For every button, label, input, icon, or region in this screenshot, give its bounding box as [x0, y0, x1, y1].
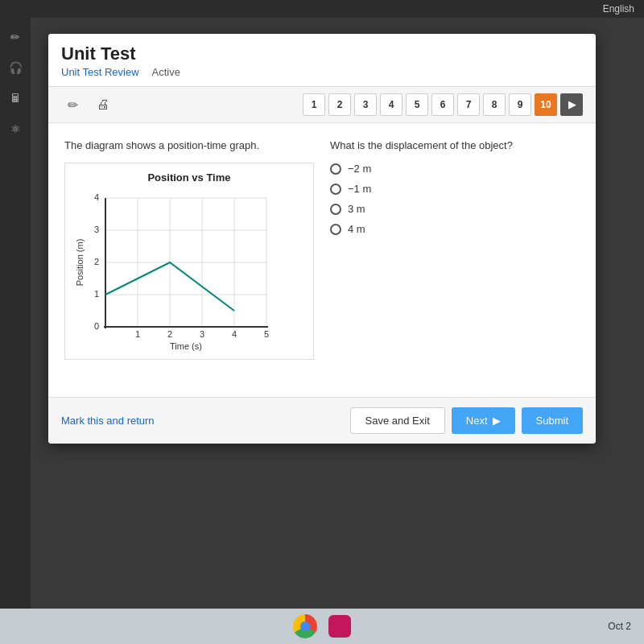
top-bar-text: English — [603, 3, 634, 14]
science-icon[interactable]: ⚛ — [4, 118, 27, 140]
page-btn-4[interactable]: 4 — [380, 93, 402, 116]
option-2[interactable]: −1 m — [330, 183, 580, 195]
toolbar-left: ✏ 🖨 — [61, 93, 114, 116]
radio-1[interactable] — [330, 163, 341, 175]
svg-text:3: 3 — [94, 225, 99, 234]
taskbar-time: Oct 2 — [608, 621, 631, 632]
svg-text:2: 2 — [167, 329, 172, 339]
page-btn-2[interactable]: 2 — [328, 93, 351, 116]
toolbar-edit-icon[interactable]: ✏ — [61, 93, 84, 116]
page-btn-7[interactable]: 7 — [457, 93, 480, 116]
svg-text:0: 0 — [94, 321, 99, 331]
page-btn-6[interactable]: 6 — [431, 93, 454, 116]
mark-return-link[interactable]: Mark this and return — [61, 415, 155, 427]
quiz-footer: Mark this and return Save and Exit Next … — [48, 397, 596, 444]
page-btn-1[interactable]: 1 — [303, 93, 325, 116]
question-prompt-left: The diagram shows a position-time graph. — [64, 139, 314, 151]
question-right: What is the displacement of the object? … — [330, 139, 580, 381]
svg-text:5: 5 — [264, 329, 269, 339]
position-time-chart: 0 1 2 3 4 1 2 3 4 5 Time (s) — [73, 190, 283, 351]
question-left: The diagram shows a position-time graph.… — [64, 139, 314, 381]
top-bar: English — [0, 0, 644, 18]
footer-buttons: Save and Exit Next ▶ Submit — [350, 407, 583, 434]
toolbar-print-icon[interactable]: 🖨 — [92, 93, 114, 116]
svg-text:4: 4 — [94, 192, 99, 202]
option-1-text: −2 m — [348, 163, 371, 175]
main-area: ✏ 🎧 🖩 ⚛ Unit Test Unit Test Review Activ… — [0, 18, 644, 609]
page-btn-10[interactable]: 10 — [535, 93, 557, 116]
next-label: Next — [466, 415, 488, 427]
breadcrumb-link[interactable]: Unit Test Review — [61, 66, 139, 78]
page-btn-next-nav[interactable]: ▶ — [560, 93, 583, 116]
left-sidebar: ✏ 🎧 🖩 ⚛ — [0, 18, 31, 609]
svg-text:3: 3 — [200, 329, 204, 339]
submit-button[interactable]: Submit — [522, 407, 583, 434]
page-btn-3[interactable]: 3 — [354, 93, 377, 116]
option-3-text: 3 m — [348, 203, 365, 215]
pagination: 1 2 3 4 5 6 7 8 9 10 ▶ — [303, 93, 583, 116]
option-3[interactable]: 3 m — [330, 203, 580, 215]
radio-2[interactable] — [330, 184, 341, 195]
quiz-breadcrumb: Unit Test Review Active — [61, 66, 583, 78]
svg-text:1: 1 — [135, 329, 140, 339]
breadcrumb-active: Active — [152, 66, 180, 78]
option-2-text: −1 m — [348, 183, 371, 195]
svg-text:4: 4 — [232, 329, 237, 339]
page-btn-8[interactable]: 8 — [483, 93, 506, 116]
radio-3[interactable] — [330, 204, 341, 215]
svg-text:Position (m): Position (m) — [75, 239, 85, 287]
graph-container: Position vs Time — [64, 163, 314, 360]
option-4[interactable]: 4 m — [330, 223, 580, 235]
svg-text:1: 1 — [94, 289, 99, 299]
next-arrow-icon: ▶ — [493, 415, 501, 427]
quiz-header: Unit Test Unit Test Review Active — [48, 34, 596, 87]
page-btn-5[interactable]: 5 — [406, 93, 428, 116]
answer-options: −2 m −1 m 3 m 4 m — [330, 163, 580, 235]
quiz-title: Unit Test — [61, 43, 583, 64]
calculator-icon[interactable]: 🖩 — [4, 87, 27, 109]
radio-4[interactable] — [330, 224, 341, 235]
next-button[interactable]: Next ▶ — [452, 407, 515, 434]
page-btn-9[interactable]: 9 — [509, 93, 531, 116]
answer-question: What is the displacement of the object? — [330, 139, 580, 151]
save-exit-button[interactable]: Save and Exit — [350, 407, 445, 434]
quiz-toolbar: ✏ 🖨 1 2 3 4 5 6 7 8 9 10 ▶ — [48, 87, 596, 123]
quiz-container: Unit Test Unit Test Review Active ✏ 🖨 1 … — [48, 34, 596, 444]
svg-text:2: 2 — [94, 257, 99, 266]
option-4-text: 4 m — [348, 223, 365, 235]
option-1[interactable]: −2 m — [330, 163, 580, 175]
headphones-icon[interactable]: 🎧 — [4, 56, 27, 79]
chrome-icon[interactable] — [293, 614, 317, 638]
svg-text:Time (s): Time (s) — [170, 341, 202, 351]
question-area: The diagram shows a position-time graph.… — [48, 123, 596, 397]
edit-icon[interactable]: ✏ — [4, 26, 27, 48]
graph-title: Position vs Time — [73, 171, 305, 184]
app-icon[interactable] — [328, 615, 351, 638]
bottom-bar: Oct 2 — [0, 609, 644, 644]
